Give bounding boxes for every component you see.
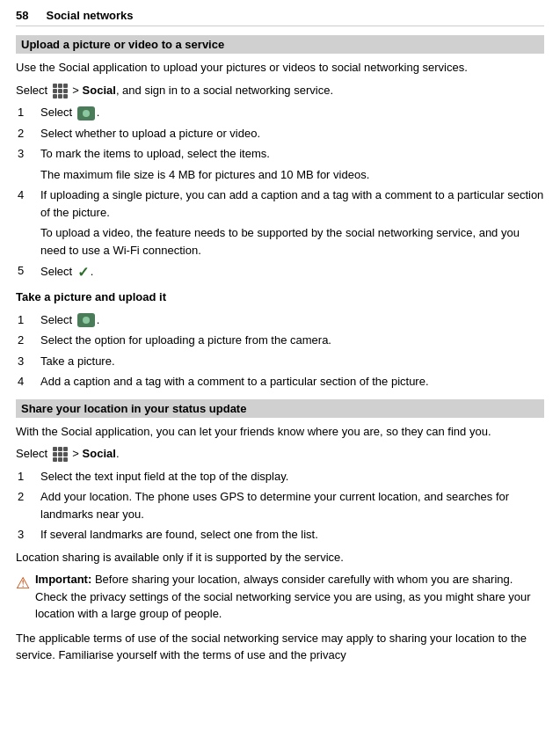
page-content: 58 Social networks Upload a picture or v… bbox=[0, 0, 560, 678]
upload-step-4: 4 If uploading a single picture, you can… bbox=[16, 186, 544, 221]
camera-icon-1 bbox=[77, 106, 95, 121]
take-step-4: 4 Add a caption and a tag with a comment… bbox=[16, 373, 544, 391]
important-block: ⚠ Important: Before sharing your locatio… bbox=[16, 571, 544, 623]
upload-step-2: 2 Select whether to upload a picture or … bbox=[16, 125, 544, 142]
take-picture-header: Take a picture and upload it bbox=[16, 289, 544, 306]
take-step-2: 2 Select the option for uploading a pict… bbox=[16, 332, 544, 349]
upload-steps: 1 Select . 2 Select whether to upload a … bbox=[16, 104, 544, 283]
important-content: Before sharing your location, always con… bbox=[35, 573, 531, 620]
important-icon: ⚠ bbox=[16, 572, 30, 595]
upload-step-5: 5 Select ✓. bbox=[16, 262, 544, 283]
upload-step-3: 3 To mark the items to upload, select th… bbox=[16, 145, 544, 163]
upload-step-4-note: To upload a video, the feature needs to … bbox=[40, 224, 544, 259]
upload-para-2: Select > Social, and sign in to a social… bbox=[16, 82, 544, 99]
take-picture-steps: 1 Select . 2 Select the option for uploa… bbox=[16, 311, 544, 391]
important-label: Important: bbox=[35, 573, 91, 586]
upload-para-1: Use the Social application to upload you… bbox=[16, 59, 544, 77]
upload-step-3-note: The maximum file size is 4 MB for pictur… bbox=[40, 166, 544, 184]
page-header: 58 Social networks bbox=[16, 9, 544, 26]
location-after-note: Location sharing is available only if it… bbox=[16, 549, 544, 566]
loc-step-3: 3 If several landmarks are found, select… bbox=[16, 526, 544, 544]
take-step-1: 1 Select . bbox=[16, 311, 544, 329]
location-section-header: Share your location in your status updat… bbox=[16, 399, 544, 418]
location-para-1: With the Social application, you can let… bbox=[16, 423, 544, 441]
apps-icon-1 bbox=[53, 84, 68, 99]
loc-step-1: 1 Select the text input field at the top… bbox=[16, 468, 544, 486]
social-link-1: Social bbox=[83, 84, 116, 97]
apps-icon-2 bbox=[53, 447, 68, 462]
check-icon-1: ✓ bbox=[77, 262, 89, 283]
loc-step-2: 2 Add your location. The phone uses GPS … bbox=[16, 488, 544, 522]
location-steps: 1 Select the text input field at the top… bbox=[16, 468, 544, 544]
upload-step-1: 1 Select . bbox=[16, 104, 544, 121]
page-title: Social networks bbox=[46, 9, 133, 22]
upload-section-header: Upload a picture or video to a service bbox=[16, 35, 544, 54]
camera-icon-2 bbox=[77, 313, 95, 327]
final-para: The applicable terms of use of the socia… bbox=[16, 630, 544, 664]
social-link-2: Social bbox=[83, 447, 116, 460]
take-step-3: 3 Take a picture. bbox=[16, 353, 544, 370]
page-number: 58 bbox=[16, 9, 28, 22]
location-para-2: Select > Social. bbox=[16, 445, 544, 463]
